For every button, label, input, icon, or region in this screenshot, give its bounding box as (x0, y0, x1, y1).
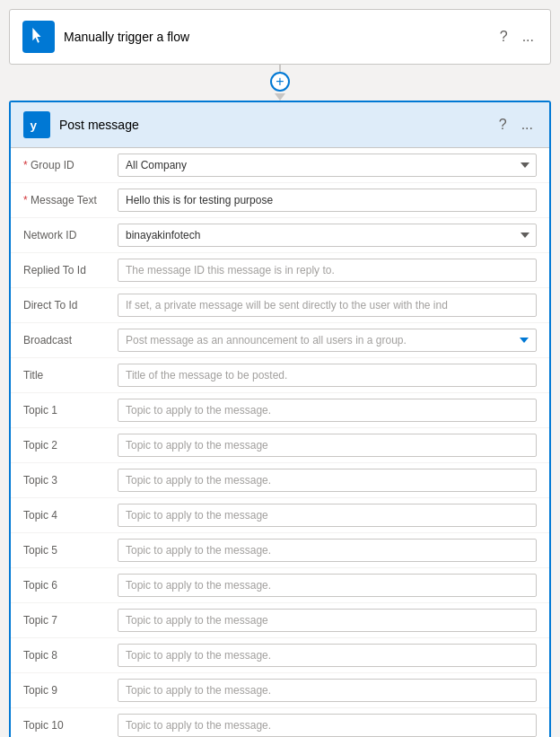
topic-6-input[interactable] (118, 574, 537, 597)
broadcast-row: Broadcast Post message as an announcemen… (11, 323, 549, 358)
topic-8-wrap (118, 644, 537, 667)
topic-3-wrap (118, 469, 537, 492)
topic-1-wrap (118, 399, 537, 422)
title-wrap (118, 364, 537, 387)
topic-3-row: Topic 3 (11, 463, 549, 498)
title-label: Title (23, 369, 118, 382)
topic-4-wrap (118, 504, 537, 527)
post-card-actions: ? ... (495, 115, 537, 135)
topic-9-input[interactable] (118, 679, 537, 702)
message-text-row: Message Text (11, 183, 549, 218)
topic-10-input[interactable] (118, 714, 537, 737)
replied-to-id-wrap (118, 259, 537, 282)
topic-4-row: Topic 4 (11, 498, 549, 533)
topic-2-wrap (118, 434, 537, 457)
topic-4-input[interactable] (118, 504, 537, 527)
post-help-button[interactable]: ? (495, 115, 511, 135)
topic-10-label: Topic 10 (23, 719, 118, 732)
topic-10-row: Topic 10 (11, 708, 549, 737)
connector-arrow (275, 93, 285, 101)
message-text-label: Message Text (23, 194, 118, 206)
trigger-card: Manually trigger a flow ? ... (9, 9, 551, 65)
network-id-select-wrap: binayakinfotech (118, 224, 537, 247)
network-id-row: Network ID binayakinfotech (11, 218, 549, 253)
add-action-button[interactable]: + (270, 72, 290, 92)
direct-to-id-wrap (118, 294, 537, 317)
topic-7-input[interactable] (118, 609, 537, 632)
trigger-help-button[interactable]: ? (496, 27, 512, 47)
trigger-more-button[interactable]: ... (519, 27, 538, 47)
trigger-icon-box (22, 21, 55, 53)
group-id-label: Group ID (23, 159, 118, 171)
replied-to-id-input[interactable] (118, 259, 537, 282)
cursor-icon (30, 28, 48, 46)
topic-9-row: Topic 9 (11, 673, 549, 708)
topic-1-label: Topic 1 (23, 404, 118, 417)
group-id-select[interactable]: All Company (118, 154, 537, 177)
topic-2-label: Topic 2 (23, 439, 118, 452)
topic-6-label: Topic 6 (23, 579, 118, 592)
topic-9-wrap (118, 679, 537, 702)
topic-8-input[interactable] (118, 644, 537, 667)
topic-10-wrap (118, 714, 537, 737)
topic-6-row: Topic 6 (11, 568, 549, 603)
flow-container: Manually trigger a flow ? ... + y Post m… (9, 9, 551, 737)
topic-5-wrap (118, 539, 537, 562)
direct-to-id-row: Direct To Id (11, 288, 549, 323)
topic-5-row: Topic 5 (11, 533, 549, 568)
topic-8-label: Topic 8 (23, 649, 118, 662)
connector-line-top (279, 65, 281, 72)
svg-text:y: y (31, 118, 38, 132)
topic-5-input[interactable] (118, 539, 537, 562)
topic-3-label: Topic 3 (23, 474, 118, 487)
topic-6-wrap (118, 574, 537, 597)
title-row: Title (11, 358, 549, 393)
broadcast-label: Broadcast (23, 334, 118, 347)
topic-7-label: Topic 7 (23, 614, 118, 627)
topics-container: Topic 1Topic 2Topic 3Topic 4Topic 5Topic… (11, 393, 549, 737)
topic-4-label: Topic 4 (23, 509, 118, 522)
broadcast-chevron-icon (520, 338, 529, 343)
topic-5-label: Topic 5 (23, 544, 118, 557)
message-text-input[interactable] (118, 189, 537, 212)
network-id-select[interactable]: binayakinfotech (118, 224, 537, 247)
group-id-select-wrap: All Company (118, 154, 537, 177)
post-card-title: Post message (59, 118, 486, 132)
replied-to-id-row: Replied To Id (11, 253, 549, 288)
title-input[interactable] (118, 364, 537, 387)
topic-3-input[interactable] (118, 469, 537, 492)
topic-8-row: Topic 8 (11, 638, 549, 673)
broadcast-dropdown[interactable]: Post message as an announcement to all u… (118, 329, 537, 352)
group-id-row: Group ID All Company (11, 148, 549, 183)
trigger-card-actions: ? ... (496, 27, 538, 47)
topic-7-wrap (118, 609, 537, 632)
direct-to-id-input[interactable] (118, 294, 537, 317)
message-text-wrap (118, 189, 537, 212)
broadcast-placeholder: Post message as an announcement to all u… (126, 334, 520, 347)
topic-1-input[interactable] (118, 399, 537, 422)
trigger-title: Manually trigger a flow (64, 30, 487, 44)
connector: + (270, 65, 290, 101)
post-more-button[interactable]: ... (518, 115, 537, 135)
post-message-card: y Post message ? ... Group ID All Compan… (9, 101, 551, 737)
topic-1-row: Topic 1 (11, 393, 549, 428)
replied-to-id-label: Replied To Id (23, 264, 118, 276)
topic-2-input[interactable] (118, 434, 537, 457)
network-id-label: Network ID (23, 229, 118, 241)
post-card-header: y Post message ? ... (11, 102, 549, 148)
topic-9-label: Topic 9 (23, 684, 118, 697)
yammer-icon: y (29, 117, 45, 133)
topic-7-row: Topic 7 (11, 603, 549, 638)
form-body: Group ID All Company Message Text Networ… (11, 148, 549, 737)
topic-2-row: Topic 2 (11, 428, 549, 463)
yammer-icon-box: y (23, 111, 50, 138)
direct-to-id-label: Direct To Id (23, 299, 118, 311)
